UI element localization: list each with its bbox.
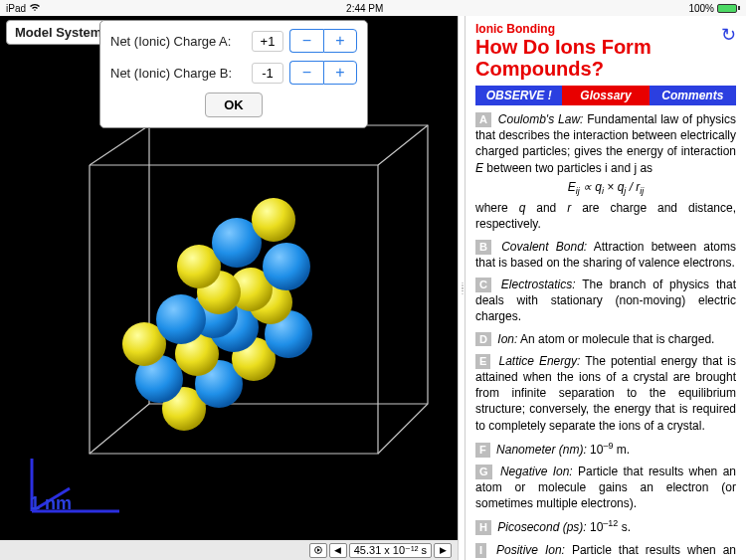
time-display: 45.31 x 10⁻¹² s xyxy=(349,543,432,558)
step-back-button[interactable]: ◀ xyxy=(329,543,347,558)
glossary-list: A Coulomb's Law: Fundamental law of phys… xyxy=(475,111,736,560)
step-forward-button[interactable]: ▶ xyxy=(434,543,452,558)
grip-icon: ⋮⋮⋮ xyxy=(459,283,466,292)
charge-a-value: +1 xyxy=(252,31,283,52)
svg-line-1 xyxy=(378,125,428,165)
battery-icon xyxy=(717,4,740,13)
play-button[interactable] xyxy=(309,543,327,558)
wifi-icon xyxy=(29,3,41,14)
charge-popup: Net (Ionic) Charge A: +1 − + Net (Ionic)… xyxy=(99,20,368,128)
glossary-entry-g: G Negative Ion: Particle that results wh… xyxy=(475,464,736,512)
letter-badge: A xyxy=(475,112,491,127)
tab-glossary[interactable]: Glossary xyxy=(562,86,649,105)
charge-a-minus-button[interactable]: − xyxy=(289,29,323,53)
glossary-entry-a: A Coulomb's Law: Fundamental law of phys… xyxy=(475,111,736,233)
charge-b-plus-button[interactable]: + xyxy=(323,61,357,85)
refresh-icon[interactable]: ↻ xyxy=(721,24,736,46)
charge-a-plus-button[interactable]: + xyxy=(323,29,357,53)
charge-b-value: -1 xyxy=(252,63,283,84)
device-label: iPad xyxy=(6,3,26,14)
tabs: OBSERVE ! Glossary Comments xyxy=(475,86,736,105)
scale-label: 1 nm xyxy=(30,493,72,514)
charge-a-label: Net (Ionic) Charge A: xyxy=(110,34,246,49)
svg-point-20 xyxy=(156,294,206,344)
svg-point-18 xyxy=(263,243,310,290)
playback-controls: ◀ 45.31 x 10⁻¹² s ▶ xyxy=(0,540,458,560)
simulation-panel: Model System Net (Ionic) Charge A: +1 − … xyxy=(0,16,458,560)
tab-comments[interactable]: Comments xyxy=(650,86,736,105)
battery-pct: 100% xyxy=(688,3,714,14)
glossary-entry-c: C Electrostatics: The branch of physics … xyxy=(475,277,736,325)
svg-line-2 xyxy=(90,404,149,454)
coulomb-formula: Eij ∝ qi × qj / rij xyxy=(475,179,736,198)
glossary-entry-b: B Covalent Bond: Attraction between atom… xyxy=(475,239,736,271)
tab-observe[interactable]: OBSERVE ! xyxy=(475,86,562,105)
page-title: How Do Ions Form Compounds? xyxy=(475,36,736,80)
svg-marker-26 xyxy=(317,548,320,551)
model-system-button[interactable]: Model System xyxy=(6,20,110,45)
ok-button[interactable]: OK xyxy=(205,93,263,117)
glossary-entry-f: F Nanometer (nm): 10–9 m. xyxy=(475,440,736,458)
content-panel: ↻ Ionic Bonding How Do Ions Form Compoun… xyxy=(466,16,746,560)
charge-b-label: Net (Ionic) Charge B: xyxy=(110,66,246,81)
breadcrumb: Ionic Bonding xyxy=(475,22,736,36)
glossary-entry-i: I Positive Ion: Particle that results wh… xyxy=(475,542,736,560)
glossary-entry-h: H Picosecond (ps): 10–12 s. xyxy=(475,517,736,535)
glossary-entry-d: D Ion: An atom or molecule that is charg… xyxy=(475,331,736,347)
panel-divider[interactable]: ⋮⋮⋮ xyxy=(458,16,466,560)
svg-point-24 xyxy=(252,198,295,242)
svg-line-0 xyxy=(90,125,149,165)
glossary-entry-e: E Lattice Energy: The potential energy t… xyxy=(475,353,736,434)
charge-b-minus-button[interactable]: − xyxy=(289,61,323,85)
status-bar: iPad 2:44 PM 100% xyxy=(0,0,746,16)
clock: 2:44 PM xyxy=(346,3,383,14)
